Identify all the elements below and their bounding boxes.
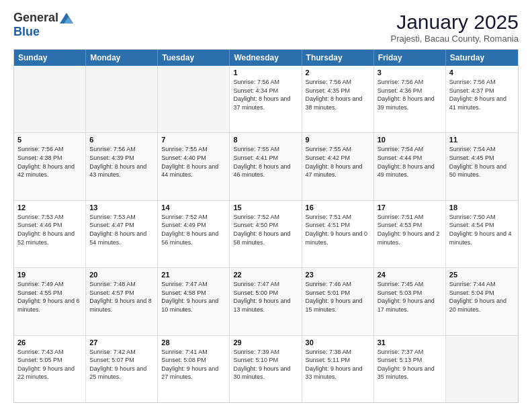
calendar-cell: 19Sunrise: 7:49 AM Sunset: 4:55 PM Dayli… (14, 268, 86, 334)
cell-daylight-info: Sunrise: 7:39 AM Sunset: 5:10 PM Dayligh… (233, 348, 298, 381)
day-number: 10 (378, 136, 442, 144)
calendar-cell: 29Sunrise: 7:39 AM Sunset: 5:10 PM Dayli… (230, 336, 302, 402)
day-number: 3 (378, 68, 442, 77)
day-number: 26 (17, 338, 82, 347)
calendar-row: 5Sunrise: 7:56 AM Sunset: 4:38 PM Daylig… (14, 133, 518, 200)
calendar-cell: 30Sunrise: 7:38 AM Sunset: 5:11 PM Dayli… (302, 336, 374, 402)
day-number: 15 (233, 203, 298, 212)
calendar-cell-empty (14, 66, 86, 132)
calendar-cell: 14Sunrise: 7:52 AM Sunset: 4:49 PM Dayli… (158, 201, 230, 267)
day-number: 16 (306, 203, 370, 212)
calendar-row: 19Sunrise: 7:49 AM Sunset: 4:55 PM Dayli… (14, 268, 518, 335)
calendar-cell: 22Sunrise: 7:47 AM Sunset: 5:00 PM Dayli… (230, 268, 302, 334)
calendar-cell: 1Sunrise: 7:56 AM Sunset: 4:34 PM Daylig… (230, 66, 302, 132)
calendar-cell: 13Sunrise: 7:53 AM Sunset: 4:47 PM Dayli… (86, 201, 158, 267)
day-number: 14 (161, 203, 226, 212)
cell-daylight-info: Sunrise: 7:55 AM Sunset: 4:40 PM Dayligh… (161, 145, 226, 179)
calendar-row: 26Sunrise: 7:43 AM Sunset: 5:05 PM Dayli… (14, 336, 518, 402)
cell-daylight-info: Sunrise: 7:55 AM Sunset: 4:42 PM Dayligh… (306, 145, 370, 179)
cell-daylight-info: Sunrise: 7:52 AM Sunset: 4:50 PM Dayligh… (233, 213, 298, 246)
cell-daylight-info: Sunrise: 7:51 AM Sunset: 4:53 PM Dayligh… (378, 213, 442, 246)
day-number: 2 (306, 68, 370, 77)
calendar-header-cell: Tuesday (158, 50, 230, 66)
calendar-cell: 27Sunrise: 7:42 AM Sunset: 5:07 PM Dayli… (86, 336, 158, 402)
calendar-header-cell: Thursday (302, 50, 374, 66)
calendar-cell: 17Sunrise: 7:51 AM Sunset: 4:53 PM Dayli… (374, 201, 446, 267)
calendar-cell: 31Sunrise: 7:37 AM Sunset: 5:13 PM Dayli… (374, 336, 446, 402)
cell-daylight-info: Sunrise: 7:49 AM Sunset: 4:55 PM Dayligh… (17, 280, 82, 314)
day-number: 25 (449, 271, 515, 279)
cell-daylight-info: Sunrise: 7:48 AM Sunset: 4:57 PM Dayligh… (89, 280, 154, 314)
day-number: 1 (233, 68, 298, 77)
month-title: January 2025 (390, 11, 519, 34)
cell-daylight-info: Sunrise: 7:47 AM Sunset: 4:58 PM Dayligh… (161, 280, 226, 314)
day-number: 7 (161, 136, 226, 144)
calendar-row: 12Sunrise: 7:53 AM Sunset: 4:46 PM Dayli… (14, 201, 518, 268)
day-number: 29 (233, 338, 298, 347)
cell-daylight-info: Sunrise: 7:56 AM Sunset: 4:38 PM Dayligh… (17, 145, 82, 179)
calendar-cell: 28Sunrise: 7:41 AM Sunset: 5:08 PM Dayli… (158, 336, 230, 402)
calendar-cell: 6Sunrise: 7:56 AM Sunset: 4:39 PM Daylig… (86, 133, 158, 199)
day-number: 6 (89, 136, 154, 144)
cell-daylight-info: Sunrise: 7:37 AM Sunset: 5:13 PM Dayligh… (378, 348, 442, 381)
cell-daylight-info: Sunrise: 7:47 AM Sunset: 5:00 PM Dayligh… (233, 280, 298, 314)
day-number: 27 (89, 338, 154, 347)
logo: General Blue (13, 11, 73, 39)
calendar-header-cell: Saturday (446, 50, 518, 66)
cell-daylight-info: Sunrise: 7:52 AM Sunset: 4:49 PM Dayligh… (161, 213, 226, 246)
day-number: 20 (89, 271, 154, 279)
calendar-cell: 20Sunrise: 7:48 AM Sunset: 4:57 PM Dayli… (86, 268, 158, 334)
cell-daylight-info: Sunrise: 7:53 AM Sunset: 4:47 PM Dayligh… (89, 213, 154, 246)
cell-daylight-info: Sunrise: 7:38 AM Sunset: 5:11 PM Dayligh… (306, 348, 370, 381)
cell-daylight-info: Sunrise: 7:56 AM Sunset: 4:34 PM Dayligh… (233, 78, 298, 111)
calendar-cell: 18Sunrise: 7:50 AM Sunset: 4:54 PM Dayli… (446, 201, 518, 267)
logo-triangle-icon (60, 11, 73, 25)
calendar-cell: 4Sunrise: 7:56 AM Sunset: 4:37 PM Daylig… (446, 66, 518, 132)
cell-daylight-info: Sunrise: 7:56 AM Sunset: 4:35 PM Dayligh… (306, 78, 370, 111)
day-number: 24 (378, 271, 442, 279)
calendar-cell-empty (86, 66, 158, 132)
calendar-cell: 9Sunrise: 7:55 AM Sunset: 4:42 PM Daylig… (302, 133, 374, 199)
cell-daylight-info: Sunrise: 7:41 AM Sunset: 5:08 PM Dayligh… (161, 348, 226, 381)
cell-daylight-info: Sunrise: 7:54 AM Sunset: 4:44 PM Dayligh… (378, 145, 442, 179)
cell-daylight-info: Sunrise: 7:56 AM Sunset: 4:37 PM Dayligh… (449, 78, 515, 111)
calendar-cell: 25Sunrise: 7:44 AM Sunset: 5:04 PM Dayli… (446, 268, 518, 334)
location: Prajesti, Bacau County, Romania (390, 34, 519, 44)
cell-daylight-info: Sunrise: 7:55 AM Sunset: 4:41 PM Dayligh… (233, 145, 298, 179)
day-number: 22 (233, 271, 298, 279)
day-number: 5 (17, 136, 82, 144)
logo-blue: Blue (13, 25, 40, 38)
calendar-body: 1Sunrise: 7:56 AM Sunset: 4:34 PM Daylig… (14, 66, 518, 402)
calendar-header: SundayMondayTuesdayWednesdayThursdayFrid… (14, 50, 518, 66)
page-header: General Blue January 2025 Prajesti, Baca… (13, 11, 519, 44)
calendar-cell: 7Sunrise: 7:55 AM Sunset: 4:40 PM Daylig… (158, 133, 230, 199)
day-number: 11 (449, 136, 515, 144)
calendar-cell-empty (158, 66, 230, 132)
day-number: 18 (449, 203, 515, 212)
day-number: 30 (306, 338, 370, 347)
calendar-cell: 16Sunrise: 7:51 AM Sunset: 4:51 PM Dayli… (302, 201, 374, 267)
cell-daylight-info: Sunrise: 7:46 AM Sunset: 5:01 PM Dayligh… (306, 280, 370, 314)
cell-daylight-info: Sunrise: 7:56 AM Sunset: 4:36 PM Dayligh… (378, 78, 442, 111)
calendar-cell: 21Sunrise: 7:47 AM Sunset: 4:58 PM Dayli… (158, 268, 230, 334)
day-number: 12 (17, 203, 82, 212)
day-number: 28 (161, 338, 226, 347)
cell-daylight-info: Sunrise: 7:56 AM Sunset: 4:39 PM Dayligh… (89, 145, 154, 179)
cell-daylight-info: Sunrise: 7:50 AM Sunset: 4:54 PM Dayligh… (449, 213, 515, 246)
calendar-cell: 10Sunrise: 7:54 AM Sunset: 4:44 PM Dayli… (374, 133, 446, 199)
cell-daylight-info: Sunrise: 7:53 AM Sunset: 4:46 PM Dayligh… (17, 213, 82, 246)
calendar-cell: 23Sunrise: 7:46 AM Sunset: 5:01 PM Dayli… (302, 268, 374, 334)
calendar-cell: 11Sunrise: 7:54 AM Sunset: 4:45 PM Dayli… (446, 133, 518, 199)
cell-daylight-info: Sunrise: 7:42 AM Sunset: 5:07 PM Dayligh… (89, 348, 154, 381)
calendar-cell: 3Sunrise: 7:56 AM Sunset: 4:36 PM Daylig… (374, 66, 446, 132)
title-area: January 2025 Prajesti, Bacau County, Rom… (390, 11, 519, 44)
calendar-cell: 24Sunrise: 7:45 AM Sunset: 5:03 PM Dayli… (374, 268, 446, 334)
logo-general: General (13, 11, 58, 25)
calendar: SundayMondayTuesdayWednesdayThursdayFrid… (13, 49, 519, 403)
day-number: 19 (17, 271, 82, 279)
calendar-cell: 15Sunrise: 7:52 AM Sunset: 4:50 PM Dayli… (230, 201, 302, 267)
cell-daylight-info: Sunrise: 7:43 AM Sunset: 5:05 PM Dayligh… (17, 348, 82, 381)
calendar-cell: 5Sunrise: 7:56 AM Sunset: 4:38 PM Daylig… (14, 133, 86, 199)
calendar-header-cell: Wednesday (230, 50, 302, 66)
cell-daylight-info: Sunrise: 7:45 AM Sunset: 5:03 PM Dayligh… (378, 280, 442, 314)
